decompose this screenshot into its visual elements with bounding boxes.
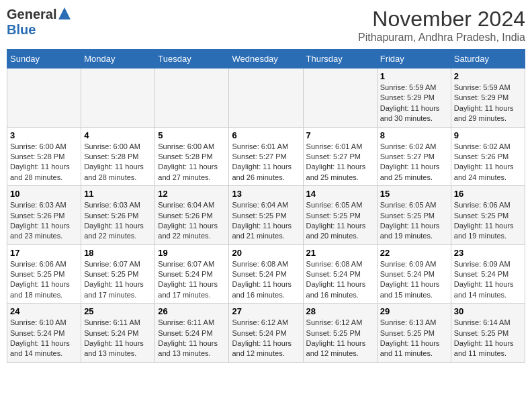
calendar-week-row: 3Sunrise: 6:00 AMSunset: 5:28 PMDaylight… [7,127,525,186]
day-info: Sunrise: 6:09 AMSunset: 5:24 PMDaylight:… [454,259,522,301]
calendar-day-cell: 27Sunrise: 6:12 AMSunset: 5:24 PMDayligh… [229,304,303,363]
day-info: Sunrise: 6:00 AMSunset: 5:28 PMDaylight:… [84,142,152,183]
day-info: Sunrise: 6:06 AMSunset: 5:25 PMDaylight:… [10,259,78,301]
calendar-header-cell: Friday [377,50,451,68]
calendar-day-cell: 25Sunrise: 6:11 AMSunset: 5:24 PMDayligh… [81,304,155,363]
day-info: Sunrise: 6:12 AMSunset: 5:25 PMDaylight:… [306,318,374,359]
day-info: Sunrise: 6:07 AMSunset: 5:24 PMDaylight:… [158,259,226,301]
calendar-day-cell: 13Sunrise: 6:04 AMSunset: 5:25 PMDayligh… [229,186,303,245]
day-number: 11 [84,189,152,199]
day-number: 25 [84,306,152,316]
calendar-week-row: 1Sunrise: 5:59 AMSunset: 5:29 PMDaylight… [7,68,525,128]
day-number: 16 [454,189,522,199]
day-number: 3 [10,130,78,140]
day-info: Sunrise: 6:14 AMSunset: 5:25 PMDaylight:… [454,318,522,359]
day-number: 23 [454,248,522,258]
day-info: Sunrise: 5:59 AMSunset: 5:29 PMDaylight:… [454,83,522,124]
day-info: Sunrise: 6:07 AMSunset: 5:25 PMDaylight:… [84,259,152,301]
day-number: 14 [306,189,374,199]
calendar-day-cell: 9Sunrise: 6:02 AMSunset: 5:26 PMDaylight… [451,127,525,186]
day-number: 20 [232,248,300,258]
calendar-header-cell: Tuesday [155,50,229,68]
calendar-header-cell: Thursday [303,50,377,68]
day-info: Sunrise: 6:02 AMSunset: 5:26 PMDaylight:… [454,142,522,183]
day-info: Sunrise: 6:01 AMSunset: 5:27 PMDaylight:… [306,142,374,183]
location-title: Pithapuram, Andhra Pradesh, India [358,32,525,44]
calendar-day-cell: 30Sunrise: 6:14 AMSunset: 5:25 PMDayligh… [451,304,525,363]
day-info: Sunrise: 6:05 AMSunset: 5:25 PMDaylight:… [306,200,374,242]
day-number: 12 [158,189,226,199]
calendar-day-cell: 23Sunrise: 6:09 AMSunset: 5:24 PMDayligh… [451,244,525,304]
calendar-day-cell: 18Sunrise: 6:07 AMSunset: 5:25 PMDayligh… [81,244,155,304]
day-number: 4 [84,130,152,140]
day-number: 13 [232,189,300,199]
day-number: 26 [158,306,226,316]
calendar-day-cell: 21Sunrise: 6:08 AMSunset: 5:24 PMDayligh… [303,244,377,304]
calendar-day-cell: 5Sunrise: 6:00 AMSunset: 5:28 PMDaylight… [155,127,229,186]
day-number: 9 [454,130,522,140]
day-info: Sunrise: 6:08 AMSunset: 5:24 PMDaylight:… [232,259,300,301]
calendar-header-cell: Wednesday [229,50,303,68]
day-info: Sunrise: 6:03 AMSunset: 5:26 PMDaylight:… [84,200,152,242]
day-info: Sunrise: 6:04 AMSunset: 5:26 PMDaylight:… [158,200,226,242]
calendar-day-cell [303,68,377,128]
day-number: 10 [10,189,78,199]
calendar-header-cell: Sunday [7,50,81,68]
day-info: Sunrise: 6:13 AMSunset: 5:25 PMDaylight:… [380,318,448,359]
day-number: 7 [306,130,374,140]
day-info: Sunrise: 6:12 AMSunset: 5:24 PMDaylight:… [232,318,300,359]
logo-general-text: General [7,7,56,22]
day-number: 6 [232,130,300,140]
calendar-day-cell: 6Sunrise: 6:01 AMSunset: 5:27 PMDaylight… [229,127,303,186]
day-number: 29 [380,306,448,316]
day-info: Sunrise: 6:04 AMSunset: 5:25 PMDaylight:… [232,200,300,242]
day-number: 28 [306,306,374,316]
day-number: 15 [380,189,448,199]
day-info: Sunrise: 6:11 AMSunset: 5:24 PMDaylight:… [84,318,152,359]
calendar-day-cell: 19Sunrise: 6:07 AMSunset: 5:24 PMDayligh… [155,244,229,304]
calendar-table: SundayMondayTuesdayWednesdayThursdayFrid… [7,49,525,363]
day-info: Sunrise: 6:02 AMSunset: 5:27 PMDaylight:… [380,142,448,183]
month-title: November 2024 [358,7,525,32]
day-info: Sunrise: 5:59 AMSunset: 5:29 PMDaylight:… [380,83,448,124]
day-number: 19 [158,248,226,258]
day-info: Sunrise: 6:00 AMSunset: 5:28 PMDaylight:… [158,142,226,183]
calendar-day-cell: 3Sunrise: 6:00 AMSunset: 5:28 PMDaylight… [7,127,81,186]
day-info: Sunrise: 6:06 AMSunset: 5:25 PMDaylight:… [454,200,522,242]
day-number: 1 [380,71,448,81]
calendar-day-cell: 1Sunrise: 5:59 AMSunset: 5:29 PMDaylight… [377,68,451,128]
calendar-header-cell: Monday [81,50,155,68]
calendar-day-cell: 8Sunrise: 6:02 AMSunset: 5:27 PMDaylight… [377,127,451,186]
calendar-day-cell: 15Sunrise: 6:05 AMSunset: 5:25 PMDayligh… [377,186,451,245]
day-info: Sunrise: 6:05 AMSunset: 5:25 PMDaylight:… [380,200,448,242]
calendar-day-cell: 29Sunrise: 6:13 AMSunset: 5:25 PMDayligh… [377,304,451,363]
calendar-week-row: 10Sunrise: 6:03 AMSunset: 5:26 PMDayligh… [7,186,525,245]
calendar-header-cell: Saturday [451,50,525,68]
header: General Blue November 2024 Pithapuram, A… [7,7,525,44]
day-info: Sunrise: 6:08 AMSunset: 5:24 PMDaylight:… [306,259,374,301]
day-info: Sunrise: 6:01 AMSunset: 5:27 PMDaylight:… [232,142,300,183]
logo: General Blue [7,7,71,38]
day-info: Sunrise: 6:03 AMSunset: 5:26 PMDaylight:… [10,200,78,242]
day-number: 5 [158,130,226,140]
day-number: 2 [454,71,522,81]
title-area: November 2024 Pithapuram, Andhra Pradesh… [358,7,525,44]
calendar-day-cell [155,68,229,128]
calendar-week-row: 17Sunrise: 6:06 AMSunset: 5:25 PMDayligh… [7,244,525,304]
logo-blue-text: Blue [7,22,36,37]
calendar-day-cell: 10Sunrise: 6:03 AMSunset: 5:26 PMDayligh… [7,186,81,245]
calendar-day-cell: 16Sunrise: 6:06 AMSunset: 5:25 PMDayligh… [451,186,525,245]
day-number: 21 [306,248,374,258]
calendar-day-cell: 12Sunrise: 6:04 AMSunset: 5:26 PMDayligh… [155,186,229,245]
calendar-day-cell: 2Sunrise: 5:59 AMSunset: 5:29 PMDaylight… [451,68,525,128]
calendar-day-cell [229,68,303,128]
calendar-day-cell [7,68,81,128]
day-info: Sunrise: 6:09 AMSunset: 5:24 PMDaylight:… [380,259,448,301]
day-number: 17 [10,248,78,258]
day-number: 24 [10,306,78,316]
calendar-day-cell: 11Sunrise: 6:03 AMSunset: 5:26 PMDayligh… [81,186,155,245]
day-number: 18 [84,248,152,258]
calendar-day-cell [81,68,155,128]
day-number: 30 [454,306,522,316]
calendar-week-row: 24Sunrise: 6:10 AMSunset: 5:24 PMDayligh… [7,304,525,363]
